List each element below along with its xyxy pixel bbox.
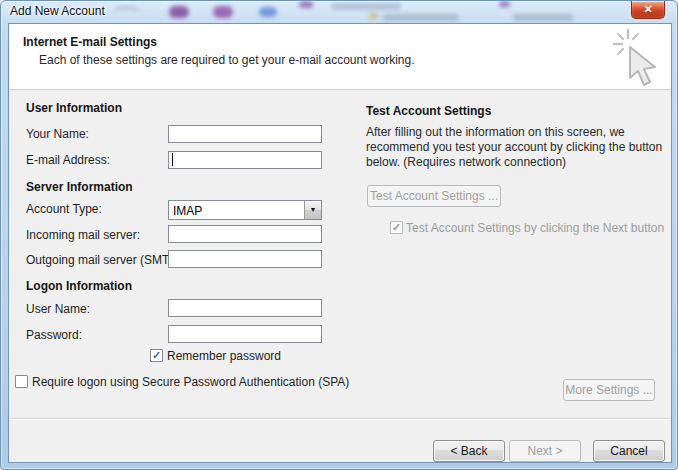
user-name-label: User Name: [26,302,90,316]
wizard-header-title: Internet E-mail Settings [23,35,157,49]
wizard-header-subtitle: Each of these settings are required to g… [39,53,415,67]
section-logon-information: Logon Information [26,279,132,293]
wizard-header: Internet E-mail Settings Each of these s… [9,24,671,90]
your-name-label: Your Name: [26,127,89,141]
test-account-description: After filling out the information on thi… [366,125,668,170]
test-account-settings-button[interactable]: Test Account Settings ... [367,185,501,207]
account-type-dropdown[interactable]: IMAP ▼ [168,200,322,220]
password-field[interactable] [168,325,322,343]
password-label: Password: [26,328,82,342]
incoming-server-label: Incoming mail server: [26,228,140,242]
remember-password-checkbox[interactable]: ✓ [150,349,163,362]
button-strip: < Back Next > Cancel [9,418,671,462]
checkmark-icon: ✓ [392,222,402,233]
section-test-account-settings: Test Account Settings [366,104,491,118]
section-user-information: User Information [26,101,122,115]
next-button[interactable]: Next > [509,440,581,462]
cancel-button[interactable]: Cancel [593,440,665,462]
back-button[interactable]: < Back [433,440,505,462]
email-address-field[interactable] [168,151,322,169]
spa-label: Require logon using Secure Password Auth… [32,375,349,389]
spa-checkbox[interactable]: ✓ [15,375,28,388]
dialog-client-area: Internet E-mail Settings Each of these s… [8,23,672,463]
outgoing-server-field[interactable] [168,250,322,268]
add-new-account-window: Add New Account ✕ Internet E-mail Settin… [0,0,678,470]
account-type-value: IMAP [173,204,202,218]
chevron-down-icon: ▼ [310,206,317,213]
account-type-label: Account Type: [26,202,102,216]
email-address-label: E-mail Address: [26,153,110,167]
titlebar[interactable]: Add New Account ✕ [1,1,677,23]
close-button[interactable]: ✕ [631,1,665,19]
more-settings-button[interactable]: More Settings ... [563,379,655,401]
checkmark-icon: ✓ [152,350,162,361]
section-server-information: Server Information [26,180,133,194]
incoming-server-field[interactable] [168,225,322,243]
outgoing-server-label: Outgoing mail server (SMTP): [26,253,185,267]
dropdown-button[interactable]: ▼ [304,201,321,219]
user-name-field[interactable] [168,299,322,317]
your-name-field[interactable] [168,125,322,143]
remember-password-label: Remember password [167,349,281,363]
window-title: Add New Account [10,4,105,18]
close-icon: ✕ [632,1,664,17]
auto-test-checkbox[interactable]: ✓ [390,221,403,234]
click-cursor-icon [611,28,665,88]
auto-test-label: Test Account Settings by clicking the Ne… [406,221,664,235]
text-caret [172,153,173,166]
